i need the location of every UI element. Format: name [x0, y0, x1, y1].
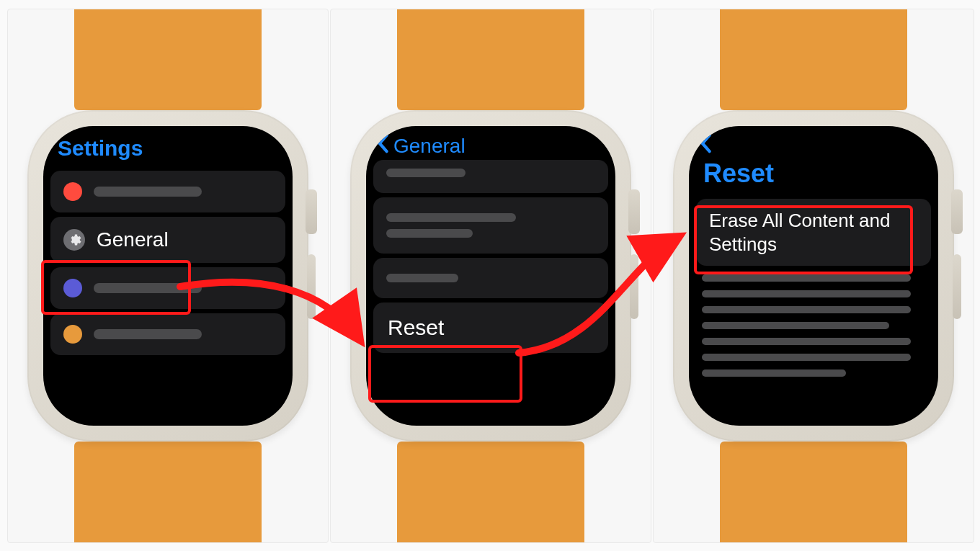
back-button[interactable]: General [366, 126, 615, 161]
placeholder-text [386, 274, 458, 282]
side-button[interactable] [307, 254, 316, 319]
back-label: General [393, 135, 466, 158]
app-dot-blue-icon [63, 279, 82, 297]
tutorial-three-watches: Settings General [0, 0, 980, 551]
app-dot-red-icon [63, 182, 82, 201]
reset-label: Reset [388, 315, 444, 339]
placeholder-text [702, 290, 911, 297]
settings-row-placeholder-1[interactable] [50, 171, 285, 212]
side-button[interactable] [630, 254, 638, 319]
watch-case: General Reset [350, 110, 631, 442]
gear-icon [63, 229, 85, 251]
placeholder-text [386, 213, 516, 222]
watch-band-bottom [720, 442, 907, 542]
settings-title: Settings [43, 126, 293, 166]
panel-step-1: Settings General [7, 9, 329, 543]
digital-crown[interactable] [628, 189, 640, 234]
back-button[interactable] [689, 126, 938, 158]
placeholder-text [702, 354, 911, 361]
panel-step-2: General Reset [330, 9, 651, 543]
watch-screen-general: General Reset [366, 126, 615, 426]
settings-row-placeholder-3[interactable] [50, 313, 285, 355]
placeholder-text [702, 338, 911, 345]
watch-band-bottom [74, 442, 262, 542]
digital-crown[interactable] [306, 189, 317, 234]
general-label: General [97, 228, 169, 251]
watch-screen-reset: Reset Erase All Content and Settings [689, 126, 938, 426]
placeholder-text [702, 369, 846, 377]
reset-title: Reset [689, 158, 938, 194]
placeholder-text [94, 283, 202, 293]
digital-crown[interactable] [951, 189, 963, 234]
watch-band-top [720, 9, 907, 110]
side-button[interactable] [953, 254, 961, 319]
watch-band-top [397, 9, 584, 110]
watch-case: Settings General [27, 110, 308, 442]
reset-row[interactable]: Reset [373, 303, 608, 353]
general-group-2[interactable] [373, 197, 608, 254]
placeholder-text [386, 229, 473, 238]
panel-step-3: Reset Erase All Content and Settings [653, 9, 974, 543]
placeholder-text [702, 322, 889, 329]
erase-all-label: Erase All Content and Settings [709, 210, 891, 255]
erase-all-row[interactable]: Erase All Content and Settings [696, 199, 931, 266]
placeholder-text [702, 274, 911, 282]
watch-screen-settings: Settings General [43, 126, 293, 426]
description-paragraph [689, 274, 938, 377]
watch-case: Reset Erase All Content and Settings [673, 110, 954, 442]
watch-band-bottom [397, 442, 584, 542]
app-dot-orange-icon [63, 325, 82, 344]
general-group-1[interactable] [373, 160, 608, 193]
placeholder-text [94, 187, 202, 197]
placeholder-text [702, 306, 911, 313]
placeholder-text [386, 169, 466, 177]
general-group-3[interactable] [373, 258, 608, 298]
chevron-left-icon [376, 133, 389, 158]
watch-band-top [74, 9, 262, 110]
settings-row-general[interactable]: General [50, 217, 285, 263]
settings-row-placeholder-2[interactable] [50, 267, 285, 309]
chevron-left-icon [699, 133, 712, 158]
placeholder-text [94, 329, 202, 339]
